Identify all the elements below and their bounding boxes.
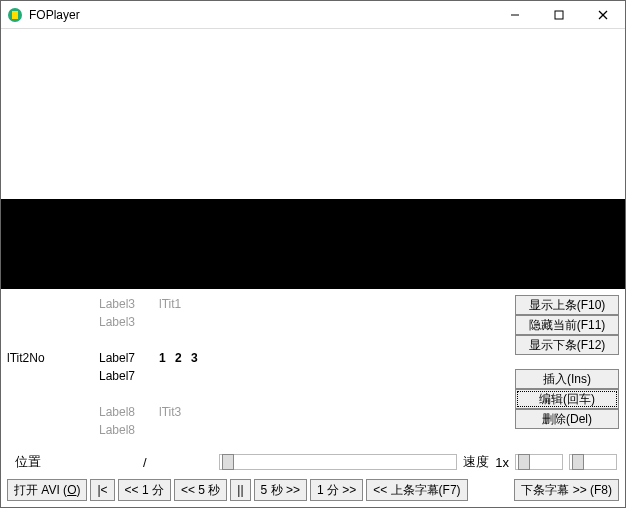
- speed-value: 1x: [495, 455, 509, 470]
- position-separator: /: [143, 455, 147, 470]
- prev-subtitle-button[interactable]: << 上条字幕(F7): [366, 479, 467, 501]
- close-button[interactable]: [581, 1, 625, 29]
- app-icon: [7, 7, 23, 23]
- back-1min-button[interactable]: << 1 分: [118, 479, 171, 501]
- current-subtitle-no: lTit2No: [7, 351, 99, 365]
- insert-button[interactable]: 插入(Ins): [515, 369, 619, 389]
- next-subtitle-button[interactable]: 下条字幕 >> (F8): [514, 479, 619, 501]
- label: Label3: [99, 315, 159, 329]
- label: lTit3: [159, 405, 511, 419]
- title-bar: FOPlayer: [1, 1, 625, 29]
- svg-rect-3: [555, 11, 563, 19]
- position-label: 位置: [15, 453, 41, 471]
- fwd-5sec-button[interactable]: 5 秒 >>: [254, 479, 307, 501]
- svg-rect-1: [12, 11, 18, 19]
- back-5sec-button[interactable]: << 5 秒: [174, 479, 227, 501]
- go-start-button[interactable]: |<: [90, 479, 114, 501]
- transport-bar: 打开 AVI (O) |< << 1 分 << 5 秒 || 5 秒 >> 1 …: [1, 475, 625, 507]
- status-row: 位置 / 速度 1x: [1, 451, 625, 475]
- label: lTit1: [159, 297, 511, 311]
- show-prev-button[interactable]: 显示上条(F10): [515, 295, 619, 315]
- label: Label8: [99, 405, 159, 419]
- current-subtitle-text: 1 2 3: [159, 351, 511, 365]
- label: Label7: [99, 369, 159, 383]
- show-next-button[interactable]: 显示下条(F12): [515, 335, 619, 355]
- fwd-1min-button[interactable]: 1 分 >>: [310, 479, 363, 501]
- label: Label8: [99, 423, 159, 437]
- window-title: FOPlayer: [29, 8, 80, 22]
- speed-slider[interactable]: [515, 454, 563, 470]
- minimize-button[interactable]: [493, 1, 537, 29]
- maximize-button[interactable]: [537, 1, 581, 29]
- hide-current-button[interactable]: 隐藏当前(F11): [515, 315, 619, 335]
- app-window: FOPlayer Label3lTit1 Label3 lTit2NoLabel…: [0, 0, 626, 508]
- seek-slider[interactable]: [219, 454, 458, 470]
- label: Label3: [99, 297, 159, 311]
- label: Label7: [99, 351, 159, 365]
- subtitle-labels-grid: Label3lTit1 Label3 lTit2NoLabel71 2 3 La…: [7, 295, 511, 451]
- pause-button[interactable]: ||: [230, 479, 250, 501]
- edit-button[interactable]: 编辑(回车): [515, 389, 619, 409]
- side-button-group: 显示上条(F10) 隐藏当前(F11) 显示下条(F12) 插入(Ins) 编辑…: [515, 295, 619, 451]
- open-avi-button[interactable]: 打开 AVI (O): [7, 479, 87, 501]
- video-area: [1, 29, 625, 199]
- volume-slider[interactable]: [569, 454, 617, 470]
- speed-label: 速度: [463, 453, 489, 471]
- subtitle-preview-strip: [1, 199, 625, 289]
- delete-button[interactable]: 删除(Del): [515, 409, 619, 429]
- subtitle-info-panel: Label3lTit1 Label3 lTit2NoLabel71 2 3 La…: [1, 289, 625, 451]
